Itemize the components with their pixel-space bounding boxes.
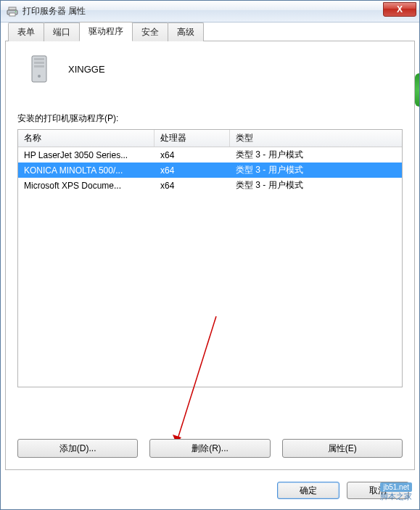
tab-advanced[interactable]: 高级 (168, 22, 204, 41)
svg-point-3 (15, 11, 17, 12)
ok-button[interactable]: 确定 (277, 482, 339, 499)
watermark-text: 脚本之家 (380, 492, 412, 501)
close-icon: X (397, 4, 403, 15)
svg-rect-7 (34, 65, 44, 67)
driver-row[interactable]: KONICA MINOLTA 500/...x64类型 3 - 用户模式 (18, 163, 402, 178)
printer-icon (7, 6, 18, 17)
window-title: 打印服务器 属性 (22, 5, 86, 17)
tab-drivers[interactable]: 驱动程序 (79, 22, 133, 41)
driver-name: HP LaserJet 3050 Series... (18, 150, 155, 160)
client-area: 表单 端口 驱动程序 安全 高级 XINGGE 安装的打印机 (5, 22, 415, 470)
server-tower-icon (28, 54, 51, 83)
svg-rect-2 (9, 13, 15, 16)
installed-drivers-label: 安装的打印机驱动程序(P): (17, 112, 403, 125)
column-header-type[interactable]: 类型 (230, 130, 402, 147)
svg-rect-5 (34, 58, 44, 60)
properties-button[interactable]: 属性(E) (282, 439, 403, 458)
add-button[interactable]: 添加(D)... (17, 439, 138, 458)
driver-type: 类型 3 - 用户模式 (230, 149, 402, 161)
svg-rect-6 (34, 62, 44, 64)
svg-point-8 (38, 75, 41, 78)
titlebar: 打印服务器 属性 X (1, 1, 419, 22)
watermark: jb51.net 脚本之家 (380, 482, 412, 502)
tab-security[interactable]: 安全 (132, 22, 168, 41)
tab-ports[interactable]: 端口 (44, 22, 80, 41)
print-server-properties-window: 打印服务器 属性 X 表单 端口 驱动程序 安全 高级 (0, 0, 420, 510)
driver-processor: x64 (155, 165, 230, 176)
decorative-sliver (415, 73, 419, 107)
svg-rect-0 (9, 7, 16, 10)
column-header-name[interactable]: 名称 (18, 130, 155, 147)
driver-buttons-row: 添加(D)... 删除(R)... 属性(E) (17, 439, 403, 458)
close-button[interactable]: X (383, 2, 416, 17)
driver-processor: x64 (155, 181, 230, 191)
driver-type: 类型 3 - 用户模式 (230, 179, 402, 192)
driver-row[interactable]: Microsoft XPS Docume...x64类型 3 - 用户模式 (18, 178, 402, 193)
server-row: XINGGE (17, 54, 403, 83)
driver-processor: x64 (155, 150, 230, 160)
tab-forms[interactable]: 表单 (8, 22, 44, 41)
server-name: XINGGE (68, 64, 105, 75)
remove-button[interactable]: 删除(R)... (149, 439, 270, 458)
driver-row[interactable]: HP LaserJet 3050 Series...x64类型 3 - 用户模式 (18, 147, 402, 163)
driver-type: 类型 3 - 用户模式 (230, 164, 402, 176)
driver-list[interactable]: 名称 处理器 类型 HP LaserJet 3050 Series...x64类… (17, 129, 403, 387)
driver-name: Microsoft XPS Docume... (18, 181, 155, 191)
tabstrip: 表单 端口 驱动程序 安全 高级 (5, 22, 415, 41)
tab-panel-drivers: XINGGE 安装的打印机驱动程序(P): 名称 处理器 类型 HP Laser… (5, 41, 415, 470)
watermark-url: jb51.net (380, 482, 412, 492)
column-header-processor[interactable]: 处理器 (155, 130, 230, 147)
driver-name: KONICA MINOLTA 500/... (18, 165, 155, 176)
driver-list-header: 名称 处理器 类型 (18, 130, 402, 147)
